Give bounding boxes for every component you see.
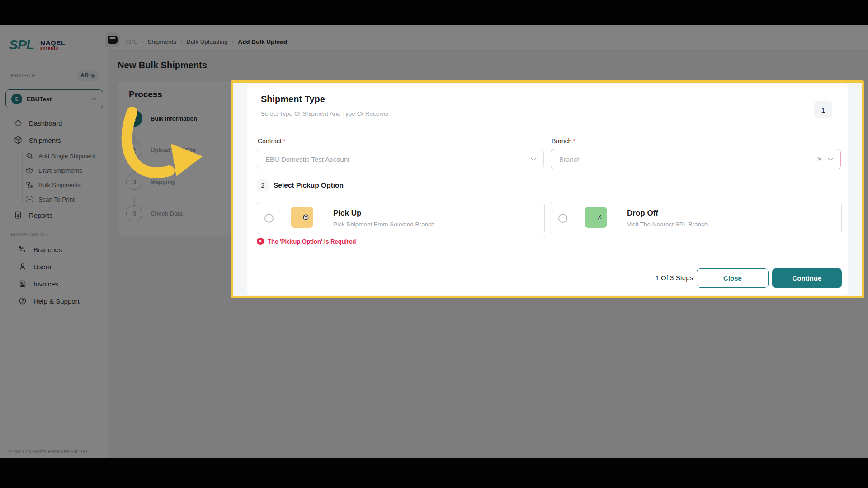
section-management-label: MANAGMENT (0, 224, 108, 241)
help-icon (18, 296, 27, 305)
sidebar-item-add-single-shipment[interactable]: Add Single Shipment (0, 149, 108, 163)
steps-counter: 1 Of 3 Steps (623, 274, 693, 282)
chevron-right-icon: › (142, 38, 144, 45)
pickup-title: Pick Up (333, 209, 434, 218)
dropoff-person-icon (596, 214, 603, 221)
open-box-icon (25, 166, 33, 174)
invoice-icon (18, 279, 27, 288)
sidebar-item-dashboard[interactable]: Dashboard (0, 114, 108, 131)
branch-select[interactable]: ✕ (551, 149, 841, 169)
package-icon (302, 214, 309, 221)
dropoff-illustration (579, 206, 607, 230)
sidebar-item-invoices[interactable]: Invoices (0, 275, 108, 292)
language-label: AR (80, 72, 89, 79)
account-dropdown[interactable]: E EBUTest (5, 89, 103, 108)
step-number: 3 (126, 174, 142, 190)
close-button[interactable]: Close (697, 268, 769, 288)
breadcrumb-bulk-uploading[interactable]: Bulk Uploading (187, 38, 228, 45)
process-step-check-data: 3 Check Data (126, 205, 183, 221)
copyright-text: © 2024 All Rights Reserved For SPL (8, 449, 89, 454)
package-add-icon (25, 152, 33, 160)
breadcrumb-spl[interactable]: SPL (126, 38, 137, 45)
divider (8, 59, 100, 59)
dropoff-title: Drop Off (627, 209, 708, 218)
process-step-mapping: 3 Mapping (126, 174, 175, 190)
pickup-error-message: ✕ The 'Pickup Option' Is Required (257, 238, 356, 245)
pickup-description: Pick Shipment From Selected Branch (333, 221, 434, 228)
user-icon (18, 262, 27, 271)
sidebar-item-shipments[interactable]: Shipments (0, 131, 108, 149)
pickup-option-card[interactable]: Pick Up Pick Shipment From Selected Bran… (257, 202, 545, 234)
chevron-right-icon: › (231, 38, 234, 45)
error-text: The 'Pickup Option' Is Required (268, 238, 356, 245)
step2-number-badge: 2 (257, 179, 269, 191)
chevron-right-icon: › (180, 38, 183, 45)
required-asterisk: * (283, 137, 285, 145)
form-subtitle: Select Type Of Shipment And Type Of Rece… (261, 110, 389, 117)
scan-icon (25, 195, 33, 203)
report-icon (14, 211, 23, 220)
boxes-icon (25, 181, 33, 189)
sidebar: SPL NAQEL EXPRESS PROFILE AR E EBUTest D… (0, 25, 108, 458)
step-number: 1 (126, 110, 142, 127)
step-number: 3 (126, 205, 142, 221)
error-icon: ✕ (257, 238, 264, 245)
spl-logo: SPL (9, 37, 34, 52)
language-switcher[interactable]: AR (77, 70, 99, 81)
naqel-logo: NAQEL EXPRESS (40, 39, 65, 50)
shipment-type-form: Shipment Type Select Type Of Shipment An… (247, 84, 848, 295)
profile-label: PROFILE (11, 73, 36, 78)
sidebar-item-scan-to-print[interactable]: Scan To Print (0, 192, 108, 206)
letterbox-top (0, 0, 868, 25)
dropoff-option-card[interactable]: Drop Off Visit The Nearest SPL Branch (551, 202, 842, 234)
sidebar-menu: Dashboard Shipments Add Single Shipment … (0, 114, 108, 310)
sidebar-item-draft-shipments[interactable]: Draft Shipments (0, 163, 108, 178)
branch-label: Branch* (552, 137, 576, 145)
chevron-down-icon[interactable] (530, 155, 537, 163)
logo: SPL NAQEL EXPRESS (9, 35, 99, 55)
process-panel: Process 1 Bulk Information 2 Upload CSV … (118, 81, 232, 236)
globe-icon (90, 73, 96, 79)
required-asterisk: * (573, 137, 575, 145)
branches-icon (18, 245, 27, 254)
home-icon (14, 118, 23, 127)
package-icon (14, 136, 23, 145)
page-title: New Bulk Shipments (118, 60, 207, 70)
contract-select[interactable] (257, 149, 544, 169)
sidebar-item-branches[interactable]: Branches (0, 241, 108, 258)
sidebar-toggle-icon (108, 36, 118, 44)
sidebar-toggle-button[interactable] (105, 32, 120, 47)
dropoff-description: Visit The Nearest SPL Branch (627, 221, 708, 228)
step-label: Upload CSV File (151, 147, 196, 154)
pickup-option-heading: Select Pickup Option (274, 181, 344, 189)
form-title: Shipment Type (261, 94, 325, 104)
breadcrumb-current: Add Bulk Upload (238, 38, 287, 45)
divider (247, 129, 848, 129)
breadcrumb: SPL › Shipments › Bulk Uploading › Add B… (126, 38, 287, 45)
sidebar-item-reports[interactable]: Reports (0, 206, 108, 224)
submenu-line (22, 150, 23, 205)
step-label: Check Data (151, 210, 183, 217)
sidebar-item-help-support[interactable]: Help & Support (0, 292, 108, 310)
clear-icon[interactable]: ✕ (816, 155, 822, 163)
sidebar-item-users[interactable]: Users (0, 258, 108, 275)
process-step-upload-csv: 2 Upload CSV File (126, 142, 196, 158)
shipments-submenu: Add Single Shipment Draft Shipments Bulk… (0, 149, 108, 206)
pickup-radio[interactable] (264, 214, 274, 223)
breadcrumb-shipments[interactable]: Shipments (147, 38, 176, 45)
avatar: E (11, 94, 22, 104)
section-number-badge: 1 (814, 101, 832, 118)
process-title: Process (129, 89, 162, 99)
letterbox-bottom (0, 458, 868, 488)
sidebar-item-bulk-shipments[interactable]: Bulk Shipments (0, 178, 108, 192)
branch-input[interactable] (551, 149, 816, 169)
divider (247, 253, 848, 253)
step-label: Mapping (151, 178, 175, 185)
account-name: EBUTest (27, 96, 86, 103)
chevron-down-icon (91, 96, 97, 102)
chevron-down-icon[interactable] (827, 155, 834, 163)
step-number: 2 (126, 142, 142, 158)
continue-button[interactable]: Continue (772, 268, 842, 288)
contract-value[interactable] (257, 149, 530, 169)
dropoff-radio[interactable] (558, 214, 567, 223)
